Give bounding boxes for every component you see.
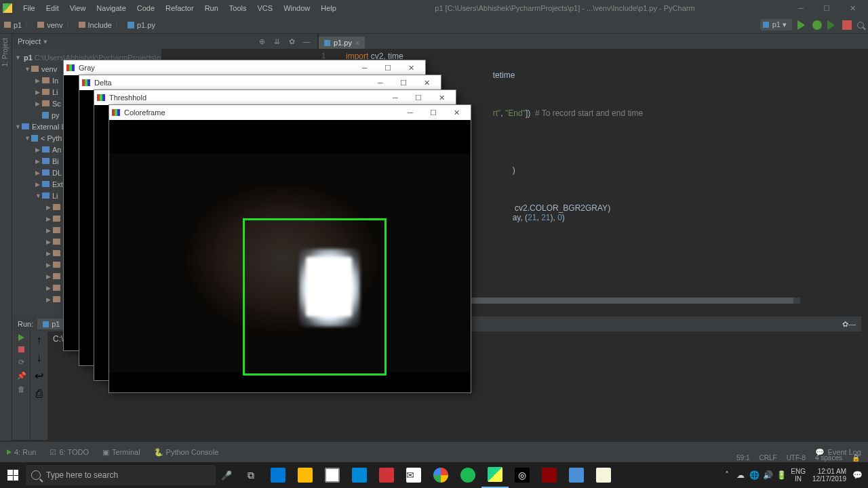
taskbar-app[interactable]: ◎ [509, 462, 536, 488]
taskbar-app[interactable] [264, 462, 292, 488]
tray-onedrive-icon[interactable]: ☁ [734, 470, 747, 480]
close-button[interactable]: ✕ [840, 4, 865, 13]
maximize-button[interactable]: ☐ [814, 4, 840, 13]
tray-chevron-icon[interactable]: ˄ [720, 470, 734, 480]
library-icon [42, 192, 50, 199]
trash-icon[interactable]: 🗑 [17, 385, 25, 393]
search-icon[interactable] [857, 22, 864, 28]
run-play-icon[interactable] [797, 20, 807, 30]
hide-icon[interactable]: — [848, 320, 856, 328]
wrap-icon[interactable]: ↩ [35, 369, 43, 382]
pycharm-logo-icon [3, 3, 12, 13]
taskbar-app[interactable] [563, 462, 590, 488]
minimize-button[interactable]: ─ [369, 79, 392, 87]
taskbar-app-pycharm[interactable] [481, 462, 509, 488]
menu-run[interactable]: Run [199, 3, 224, 14]
tray-clock[interactable]: 12:01 AM12/17/2019 [812, 468, 846, 483]
python-file-icon [43, 321, 49, 327]
hide-icon[interactable]: — [301, 37, 312, 45]
menu-file[interactable]: File [18, 3, 41, 14]
mic-icon[interactable]: 🎤 [221, 470, 232, 481]
breadcrumb-item[interactable]: Include〉 [79, 20, 125, 30]
restart-icon[interactable]: ⟳ [17, 358, 25, 366]
tray-network-icon[interactable]: 🌐 [747, 470, 761, 480]
taskbar-app[interactable] [292, 462, 319, 488]
minimize-button[interactable]: ─ [384, 94, 407, 102]
chevron-down-icon[interactable]: ▾ [43, 37, 47, 46]
minimize-button[interactable]: ─ [353, 64, 376, 72]
maximize-button[interactable]: ☐ [376, 64, 399, 73]
folder-icon [79, 22, 85, 28]
print-icon[interactable]: ⎙ [36, 388, 43, 400]
tray-language[interactable]: ENGIN [791, 468, 806, 483]
taskbar-search[interactable]: Type here to search [26, 465, 216, 485]
start-button[interactable] [0, 462, 26, 488]
menu-help[interactable]: Help [315, 3, 342, 14]
python-console-tab[interactable]: 🐍 Python Console [147, 446, 226, 459]
cursor-position: 59:1 [736, 454, 749, 462]
close-button[interactable]: ✕ [415, 79, 438, 87]
folder-icon [53, 227, 60, 233]
rerun-icon[interactable] [18, 334, 24, 341]
taskbar-app[interactable] [346, 462, 373, 488]
menu-navigate[interactable]: Navigate [91, 3, 131, 14]
run-config-selector[interactable]: p1 ▾ [760, 19, 792, 30]
taskbar-app[interactable]: ✉ [400, 462, 427, 488]
breadcrumb-item[interactable]: p1.py [127, 21, 155, 29]
folder-icon [4, 22, 11, 28]
menu-tools[interactable]: Tools [224, 3, 252, 14]
close-tab-icon[interactable]: × [355, 39, 359, 47]
gear-icon[interactable]: ✿ [286, 37, 297, 46]
maximize-button[interactable]: ☐ [392, 79, 415, 87]
taskbar-app[interactable] [536, 462, 563, 488]
taskbar-app[interactable] [454, 462, 481, 488]
left-gutter: 1: Project [0, 34, 12, 441]
collapse-icon[interactable]: ⇊ [271, 37, 282, 46]
tray-notifications-icon[interactable]: 💬 [850, 470, 864, 480]
close-button[interactable]: ✕ [430, 94, 453, 102]
maximize-button[interactable]: ☐ [407, 94, 430, 102]
project-tool-button[interactable]: 1: Project [0, 34, 10, 70]
minimize-button[interactable]: ─ [399, 108, 422, 117]
taskbar-app[interactable] [319, 462, 346, 488]
close-button[interactable]: ✕ [445, 108, 468, 117]
editor-tab[interactable]: p1.py× [319, 37, 365, 49]
project-panel-header: Project ▾ ⊕ ⇊ ✿ — [12, 34, 317, 49]
locate-icon[interactable]: ⊕ [256, 37, 267, 46]
todo-tool-tab[interactable]: ☑ 6: TODO [43, 446, 96, 459]
stop-icon[interactable] [18, 346, 24, 352]
cv-window-colorframe[interactable]: Coloreframe─☐✕ [108, 104, 471, 393]
menu-refactor[interactable]: Refactor [160, 3, 199, 14]
breadcrumb-item[interactable]: venv〉 [37, 20, 75, 30]
lock-icon[interactable]: 🔒 [852, 454, 860, 462]
debug-icon[interactable] [812, 20, 822, 30]
line-ending[interactable]: CRLF [760, 454, 777, 462]
menu-view[interactable]: View [64, 3, 92, 14]
breadcrumb-item[interactable]: p1〉 [4, 20, 35, 30]
maximize-button[interactable]: ☐ [422, 108, 445, 117]
task-view-button[interactable]: ⧉ [237, 462, 264, 488]
taskbar-app[interactable] [590, 462, 617, 488]
terminal-tool-tab[interactable]: ▣ Terminal [96, 446, 147, 459]
gear-icon[interactable]: ✿ [842, 320, 848, 329]
down-icon[interactable]: ↓ [37, 352, 42, 364]
tray-volume-icon[interactable]: 🔊 [761, 470, 774, 480]
run-tab[interactable]: p1 [37, 319, 65, 329]
indent[interactable]: 4 spaces [815, 454, 842, 462]
folder-icon [42, 100, 50, 106]
tray-battery-icon[interactable]: 🔋 [774, 470, 788, 480]
pin-icon[interactable]: 📌 [17, 371, 25, 380]
menu-code[interactable]: Code [132, 3, 160, 14]
minimize-button[interactable]: ─ [788, 4, 814, 12]
taskbar-app[interactable] [427, 462, 454, 488]
run-coverage-icon[interactable] [827, 20, 837, 30]
encoding[interactable]: UTF-8 [787, 454, 806, 462]
close-button[interactable]: ✕ [399, 64, 422, 73]
menu-vcs[interactable]: VCS [252, 3, 279, 14]
up-icon[interactable]: ↑ [37, 334, 42, 346]
stop-icon[interactable] [842, 20, 852, 30]
menu-edit[interactable]: Edit [41, 3, 64, 14]
menu-window[interactable]: Window [278, 3, 315, 14]
taskbar-app[interactable] [373, 462, 400, 488]
run-tool-tab[interactable]: 4: Run [0, 446, 43, 458]
